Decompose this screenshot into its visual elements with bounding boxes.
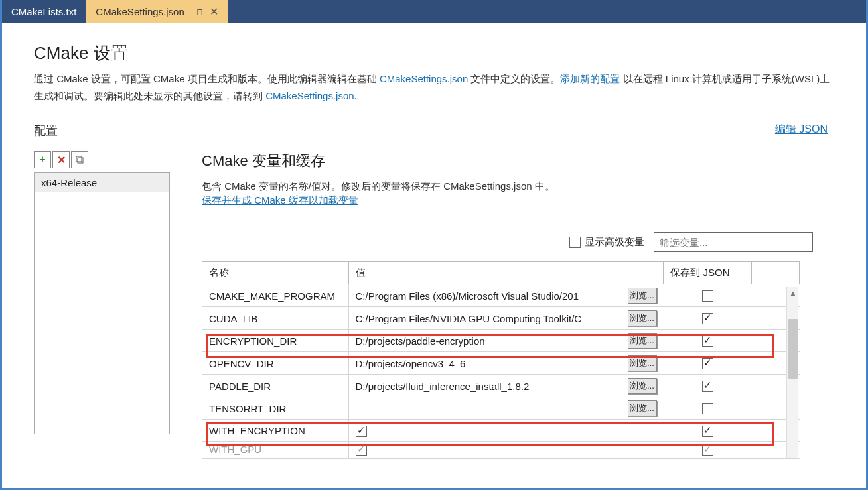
save-to-json-cell[interactable] (664, 420, 752, 442)
table-row: CUDA_LIBC:/Program Files/NVIDIA GPU Comp… (202, 307, 800, 330)
page-title: CMake 设置 (34, 42, 839, 65)
page-description: 通过 CMake 设置，可配置 CMake 项目生成和版本。使用此编辑器编辑在基… (34, 70, 839, 104)
config-label: 配置 (34, 123, 70, 139)
edit-json-link[interactable]: 编辑 JSON (775, 123, 828, 137)
save-to-json-cell[interactable] (664, 442, 752, 459)
col-header-pad (752, 262, 800, 284)
var-value[interactable]: D:/projects/fluid_inference_install_1.8.… (348, 375, 628, 397)
col-header-value[interactable]: 值 (348, 262, 664, 284)
variables-table-wrap: 名称 值 保存到 JSON CMAKE_MAKE_PROGRAMC:/Progr… (202, 261, 800, 459)
link-cmakesettings-1[interactable]: CMakeSettings.json (380, 73, 468, 84)
var-name: CMAKE_MAKE_PROGRAM (202, 284, 348, 307)
save-generate-cache-link[interactable]: 保存并生成 CMake 缓存以加载变量 (202, 194, 358, 207)
value-checkbox[interactable] (356, 444, 367, 456)
divider (206, 143, 839, 143)
browse-button[interactable]: 浏览... (628, 288, 657, 304)
save-to-json-cell[interactable] (664, 284, 752, 307)
duplicate-config-button[interactable] (71, 151, 88, 168)
svg-rect-0 (76, 156, 82, 162)
var-value[interactable]: D:/projects/paddle-encryption (348, 330, 628, 352)
value-checkbox[interactable] (356, 426, 367, 437)
variables-table: 名称 值 保存到 JSON CMAKE_MAKE_PROGRAMC:/Progr… (202, 262, 800, 459)
var-value[interactable] (348, 397, 628, 420)
var-value[interactable] (348, 442, 628, 459)
var-value[interactable]: D:/projects/opencv3_4_6 (348, 352, 628, 375)
show-advanced-checkbox[interactable]: 显示高级变量 (569, 236, 644, 249)
save-checkbox[interactable] (702, 444, 713, 456)
save-checkbox[interactable] (702, 426, 713, 437)
var-name: OPENCV_DIR (202, 352, 348, 375)
content-area: CMake 设置 通过 CMake 设置，可配置 CMake 项目生成和版本。使… (2, 23, 866, 459)
var-name: WITH_ENCRYPTION (202, 420, 348, 442)
save-checkbox[interactable] (702, 336, 713, 347)
table-row: WITH_ENCRYPTION (202, 420, 800, 442)
var-name: ENCRYPTION_DIR (202, 330, 348, 352)
add-config-button[interactable]: + (34, 151, 51, 168)
browse-button[interactable]: 浏览... (628, 355, 657, 371)
scroll-thumb[interactable] (788, 319, 798, 379)
var-value[interactable]: C:/Program Files (x86)/Microsoft Visual … (348, 284, 628, 307)
tab-cmakesettings[interactable]: CMakeSettings.json ⊓ ✕ (86, 0, 228, 23)
config-item-x64-release[interactable]: x64-Release (35, 173, 169, 192)
table-row: ENCRYPTION_DIRD:/projects/paddle-encrypt… (202, 330, 800, 352)
browse-button[interactable]: 浏览... (628, 378, 657, 394)
save-to-json-cell[interactable] (664, 307, 752, 330)
table-row: CMAKE_MAKE_PROGRAMC:/Program Files (x86)… (202, 284, 800, 307)
save-to-json-cell[interactable] (664, 330, 752, 352)
browse-button[interactable]: 浏览... (628, 310, 657, 326)
var-name: CUDA_LIB (202, 307, 348, 330)
browse-button[interactable]: 浏览... (628, 333, 657, 349)
checkbox-icon (569, 237, 581, 248)
table-row: WITH_GPU (202, 442, 800, 459)
section-title: CMake 变量和缓存 (202, 151, 839, 171)
var-value[interactable]: C:/Program Files/NVIDIA GPU Computing To… (348, 307, 628, 330)
save-to-json-cell[interactable] (664, 397, 752, 420)
table-row: TENSORRT_DIR浏览... (202, 397, 800, 420)
var-value[interactable] (348, 420, 628, 442)
save-checkbox[interactable] (702, 403, 713, 414)
close-icon[interactable]: ✕ (210, 5, 218, 18)
save-to-json-cell[interactable] (664, 352, 752, 375)
remove-config-button[interactable]: ✕ (52, 151, 70, 168)
filter-input[interactable] (654, 232, 813, 252)
tab-bar: CMakeLists.txt CMakeSettings.json ⊓ ✕ (2, 0, 866, 23)
col-header-name[interactable]: 名称 (202, 262, 348, 284)
save-checkbox[interactable] (702, 381, 713, 392)
table-row: OPENCV_DIRD:/projects/opencv3_4_6浏览... (202, 352, 800, 375)
link-add-config[interactable]: 添加新的配置 (560, 73, 620, 84)
browse-button[interactable]: 浏览... (628, 400, 657, 416)
var-name: TENSORRT_DIR (202, 397, 348, 420)
variables-panel: CMake 变量和缓存 包含 CMake 变量的名称/值对。修改后的变量将保存在… (177, 151, 839, 459)
save-to-json-cell[interactable] (664, 375, 752, 397)
table-scrollbar[interactable]: ▲ (786, 287, 798, 458)
tab-active-label: CMakeSettings.json (96, 6, 184, 17)
save-checkbox[interactable] (702, 313, 713, 324)
col-header-save[interactable]: 保存到 JSON (664, 262, 752, 284)
config-sidebar: + ✕ x64-Release (34, 151, 177, 459)
config-list: x64-Release (34, 172, 170, 434)
svg-rect-1 (78, 158, 83, 163)
link-cmakesettings-2[interactable]: CMakeSettings.json (265, 90, 354, 101)
save-checkbox[interactable] (702, 358, 713, 369)
tab-cmakelists[interactable]: CMakeLists.txt (2, 0, 86, 23)
config-toolbar: + ✕ (34, 151, 170, 168)
scroll-up-icon[interactable]: ▲ (787, 287, 799, 299)
save-checkbox[interactable] (702, 290, 713, 302)
duplicate-icon (75, 155, 84, 164)
pin-icon[interactable]: ⊓ (196, 7, 203, 17)
var-name: WITH_GPU (202, 442, 348, 459)
section-description: 包含 CMake 变量的名称/值对。修改后的变量将保存在 CMakeSettin… (202, 180, 839, 193)
var-name: PADDLE_DIR (202, 375, 348, 397)
table-row: PADDLE_DIRD:/projects/fluid_inference_in… (202, 375, 800, 397)
